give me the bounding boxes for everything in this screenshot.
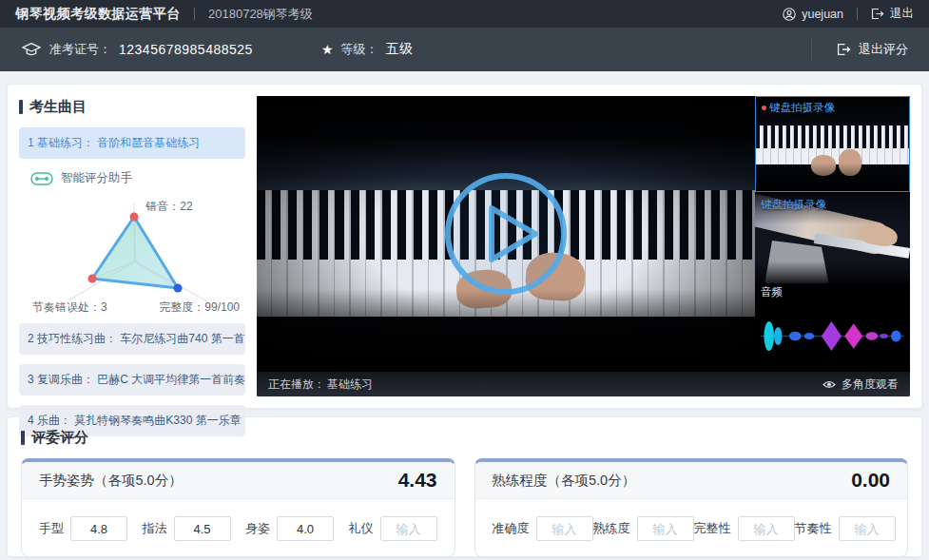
header-left: 钢琴视频考级数据运营平台 20180728钢琴考级 <box>15 6 313 23</box>
field-completeness: 完整性 <box>694 516 795 541</box>
logout-label: 退出 <box>890 6 914 22</box>
header-divider-2 <box>857 8 858 20</box>
fingering-label: 指法 <box>143 520 167 537</box>
radar-chart: 错音：22 节奏错误处：3 完整度：99/100 <box>19 194 245 316</box>
wrong-notes-label: 错音： <box>145 200 180 213</box>
exit-scoring-label: 退出评分 <box>859 41 908 58</box>
posture-input[interactable] <box>277 516 334 541</box>
star-icon: ★ <box>321 43 334 56</box>
main-video-surface[interactable] <box>257 96 755 372</box>
now-playing: 正在播放： 基础练习 <box>268 377 373 393</box>
level-value: 五级 <box>385 41 413 58</box>
rhythm-input[interactable] <box>839 516 896 541</box>
eye-icon <box>823 379 836 390</box>
gesture-posture-panel: 手势姿势（各项5.0分） 4.43 手型 指法 身姿 <box>21 458 455 557</box>
proficiency-panel: 熟练程度（各项5.0分） 0.00 准确度 熟练度 完整性 <box>474 458 909 557</box>
playlist-item-2[interactable]: 2 技巧性练习曲： 车尔尼练习曲740 第一首 <box>19 323 245 355</box>
completeness-field-label: 完整性 <box>694 520 731 537</box>
score-panels: 手势姿势（各项5.0分） 4.43 手型 指法 身姿 <box>21 458 908 557</box>
audio-track-label: 音频 <box>755 283 910 300</box>
exit-scoring-icon <box>837 43 851 56</box>
play-button-icon[interactable] <box>438 166 573 301</box>
graduation-cap-icon <box>21 41 42 58</box>
player-control-bar: 正在播放： 基础练习 多角度观看 <box>257 372 910 396</box>
exit-scoring-button[interactable]: 退出评分 <box>811 38 908 61</box>
playlist-sidebar: 考生曲目 1 基础练习： 音阶和琶音基础练习 智能评分助手 <box>19 96 245 396</box>
thumbnail-2-label-row: 键盘拍摄录像 <box>761 198 826 212</box>
scoring-title-text: 评委评分 <box>31 429 88 447</box>
proficiency-panel-title: 熟练程度（各项5.0分） <box>493 472 636 490</box>
radar-label-completeness: 完整度：99/100 <box>159 299 240 316</box>
completeness-label: 完整度： <box>159 300 204 314</box>
now-playing-label: 正在播放： <box>268 377 325 393</box>
accuracy-label: 准确度 <box>493 520 530 537</box>
audio-waveform <box>755 300 910 372</box>
section-title-bar <box>21 431 25 445</box>
field-accuracy: 准确度 <box>493 516 593 541</box>
main-content: 考生曲目 1 基础练习： 音阶和琶音基础练习 智能评分助手 <box>0 71 929 556</box>
posture-label: 身姿 <box>245 520 270 537</box>
field-proficiency: 熟练度 <box>593 516 694 541</box>
field-hand-shape: 手型 <box>39 516 127 541</box>
gesture-panel-body: 手型 指法 身姿 礼仪 <box>22 499 455 556</box>
proficiency-panel-total: 0.00 <box>851 469 890 492</box>
recording-indicator-icon <box>762 106 766 110</box>
ticket-group: 准考证号： 12345678985488525 <box>21 41 253 58</box>
level-group: ★ 等级： 五级 <box>321 41 414 58</box>
proficiency-label: 熟练度 <box>593 520 630 537</box>
hand-shape-input[interactable] <box>70 516 127 541</box>
app-title: 钢琴视频考级数据运营平台 <box>15 6 181 23</box>
rhythm-errors-label: 节奏错误处： <box>32 300 101 314</box>
logout-button[interactable]: 退出 <box>871 6 914 22</box>
playlist-section-title: 考生曲目 <box>19 98 245 116</box>
logout-icon <box>871 8 884 20</box>
exam-media-card: 考生曲目 1 基础练习： 音阶和琶音基础练习 智能评分助手 <box>8 85 921 408</box>
user-menu[interactable]: yuejuan <box>783 8 843 21</box>
rhythm-errors-value: 3 <box>101 300 107 314</box>
proficiency-input[interactable] <box>637 516 694 541</box>
wrong-notes-value: 22 <box>180 200 192 213</box>
field-etiquette: 礼仪 <box>349 516 437 541</box>
gesture-panel-title: 手势姿势（各项5.0分） <box>39 472 183 490</box>
judge-scoring-card: 评委评分 手势姿势（各项5.0分） 4.43 手型 指法 <box>8 417 921 556</box>
thumbnail-1-label-row: 键盘拍摄录像 <box>762 101 835 115</box>
thumbnail-keyboard-side-view[interactable]: 键盘拍摄录像 <box>755 194 910 283</box>
video-player: 键盘拍摄录像 键盘拍摄录像 <box>257 96 910 396</box>
radar-label-rhythm-errors: 节奏错误处：3 <box>32 299 107 316</box>
etiquette-input[interactable] <box>380 516 437 541</box>
thumbnail-1-label: 键盘拍摄录像 <box>769 101 835 115</box>
completeness-value: 99/100 <box>204 300 240 314</box>
ticket-label: 准考证号： <box>49 41 111 58</box>
multi-angle-label: 多角度观看 <box>842 377 899 393</box>
field-posture: 身姿 <box>245 516 334 541</box>
user-name: yuejuan <box>802 8 843 21</box>
thumbnail-keyboard-top-view[interactable]: 键盘拍摄录像 <box>755 96 910 192</box>
header-divider <box>194 8 195 20</box>
proficiency-panel-header: 熟练程度（各项5.0分） 0.00 <box>475 462 908 499</box>
header-right: yuejuan 退出 <box>783 6 914 22</box>
playlist-item-3[interactable]: 3 复调乐曲： 巴赫C 大调平均律第一首前奏曲 <box>19 364 245 396</box>
etiquette-label: 礼仪 <box>349 520 374 537</box>
hand-shape-label: 手型 <box>39 520 64 537</box>
rhythm-label: 节奏性 <box>795 520 832 537</box>
now-playing-value: 基础练习 <box>327 377 373 393</box>
exam-info-bar: 准考证号： 12345678985488525 ★ 等级： 五级 退出评分 <box>0 28 929 71</box>
radar-label-wrong-notes: 错音：22 <box>145 199 192 215</box>
smart-score-assistant[interactable]: 智能评分助手 <box>19 168 245 194</box>
app-header: 钢琴视频考级数据运营平台 20180728钢琴考级 yuejuan 退出 <box>0 0 929 28</box>
assistant-link-icon <box>30 172 53 185</box>
field-rhythm: 节奏性 <box>795 516 896 541</box>
angle-thumbnails-column: 键盘拍摄录像 键盘拍摄录像 <box>755 96 910 372</box>
thumbnail-2-label: 键盘拍摄录像 <box>761 198 826 212</box>
proficiency-panel-body: 准确度 熟练度 完整性 节奏性 <box>475 499 908 556</box>
multi-angle-button[interactable]: 多角度观看 <box>823 377 899 393</box>
playlist-item-1[interactable]: 1 基础练习： 音阶和琶音基础练习 <box>19 127 245 159</box>
ticket-number: 12345678985488525 <box>119 42 253 57</box>
accuracy-input[interactable] <box>536 516 593 541</box>
assistant-label: 智能评分助手 <box>61 170 132 186</box>
fingering-input[interactable] <box>174 516 231 541</box>
session-title: 20180728钢琴考级 <box>208 6 313 23</box>
completeness-input[interactable] <box>738 516 795 541</box>
user-icon <box>783 8 796 21</box>
gesture-panel-header: 手势姿势（各项5.0分） 4.43 <box>22 462 455 499</box>
